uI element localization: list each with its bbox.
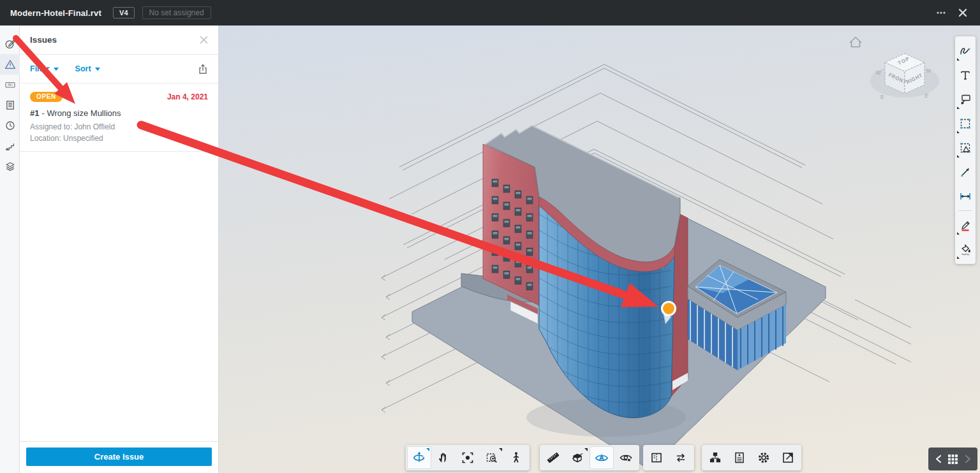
svg-text:E: E [924, 92, 929, 99]
model-browser-tool[interactable] [703, 446, 727, 469]
analysis-tool-group [540, 445, 639, 470]
set-assignment-badge[interactable]: No set assigned [142, 6, 211, 19]
fill-tool[interactable] [955, 237, 976, 261]
version-badge[interactable]: V4 [113, 7, 134, 18]
markup-tool-icon[interactable] [0, 34, 20, 54]
compare-tool-group [643, 445, 694, 470]
arrow-tool[interactable] [955, 160, 976, 184]
svg-text:N: N [926, 68, 931, 74]
svg-text:RFI: RFI [8, 84, 13, 87]
fullscreen-tool[interactable] [776, 446, 800, 469]
sheet-grid-button[interactable] [946, 449, 960, 469]
issue-title: #1- Wrong size Mullions [30, 108, 208, 118]
issue-status-badge: OPEN [30, 92, 63, 102]
close-icon[interactable] [954, 4, 971, 21]
title-bar: Modern-Hotel-Final.rvt V4 No set assigne… [0, 0, 980, 25]
markup-toolbar [955, 36, 976, 264]
layers-panel-icon[interactable] [0, 156, 20, 177]
callout-tool[interactable] [955, 87, 976, 112]
text-tool[interactable] [955, 63, 976, 87]
create-issue-button[interactable]: Create Issue [26, 448, 212, 466]
filter-dropdown[interactable]: Filter [30, 64, 59, 73]
split-view-tool[interactable] [644, 446, 669, 469]
more-options-icon[interactable] [933, 4, 949, 21]
pan-tool[interactable] [431, 446, 456, 469]
previous-sheet-button[interactable] [931, 449, 946, 469]
issue-list-item[interactable]: OPEN Jan 4, 2021 #1- Wrong size Mullions… [20, 84, 218, 152]
navigation-tool-group [406, 445, 530, 470]
left-tool-rail: RFI [0, 25, 20, 473]
issue-assignee: Assigned to: John Offield [30, 122, 208, 133]
properties-tool[interactable] [727, 446, 752, 469]
panel-close-icon[interactable] [200, 36, 208, 44]
activity-history-icon[interactable] [0, 115, 20, 136]
export-share-icon[interactable] [198, 64, 208, 75]
issues-panel: Issues Filter Sort OPEN Jan 4, 2021 #1- … [20, 25, 219, 473]
orbit-tool[interactable] [407, 446, 431, 469]
polygon-tool[interactable] [955, 136, 976, 160]
measure-tool[interactable] [541, 446, 565, 469]
rectangle-region-tool[interactable] [955, 112, 976, 136]
dimension-tool[interactable] [955, 184, 976, 208]
section-analysis-tool[interactable] [565, 446, 590, 469]
model-viewport-canvas[interactable]: TOP FRONT RIGHT W N S E [219, 25, 980, 473]
issue-date: Jan 4, 2021 [167, 92, 208, 101]
svg-text:S: S [880, 94, 884, 100]
next-sheet-button[interactable] [960, 449, 975, 469]
issue-location: Location: Unspecified [30, 134, 208, 144]
settings-tool[interactable] [752, 446, 776, 469]
chevron-down-icon [54, 68, 59, 71]
sort-dropdown[interactable]: Sort [75, 64, 100, 73]
zoom-window-tool[interactable] [480, 446, 504, 469]
panel-title: Issues [30, 35, 57, 45]
levels-panel-icon[interactable] [0, 136, 20, 156]
hotel-building-model[interactable] [461, 126, 786, 433]
chevron-down-icon [95, 68, 100, 71]
pen-color-tool[interactable] [955, 213, 976, 237]
swap-compare-tool[interactable] [669, 446, 693, 469]
model-viewport[interactable]: TOP FRONT RIGHT W N S E [219, 25, 980, 473]
first-person-tool[interactable] [504, 446, 528, 469]
appearance-settings-tool[interactable] [614, 446, 638, 469]
model-tool-group [702, 445, 801, 470]
documents-panel-icon[interactable] [0, 95, 20, 115]
sheet-navigation-widget [928, 448, 977, 470]
show-issues-visibility-tool[interactable] [590, 446, 614, 469]
home-view-icon[interactable] [850, 38, 861, 47]
fit-to-view-tool[interactable] [456, 446, 480, 469]
rfi-panel-icon[interactable]: RFI [0, 75, 20, 95]
issues-panel-icon[interactable] [0, 54, 20, 75]
view-cube[interactable]: TOP FRONT RIGHT W N S E [870, 54, 939, 100]
document-title: Modern-Hotel-Final.rvt [10, 8, 101, 18]
freehand-draw-tool[interactable] [955, 39, 976, 63]
